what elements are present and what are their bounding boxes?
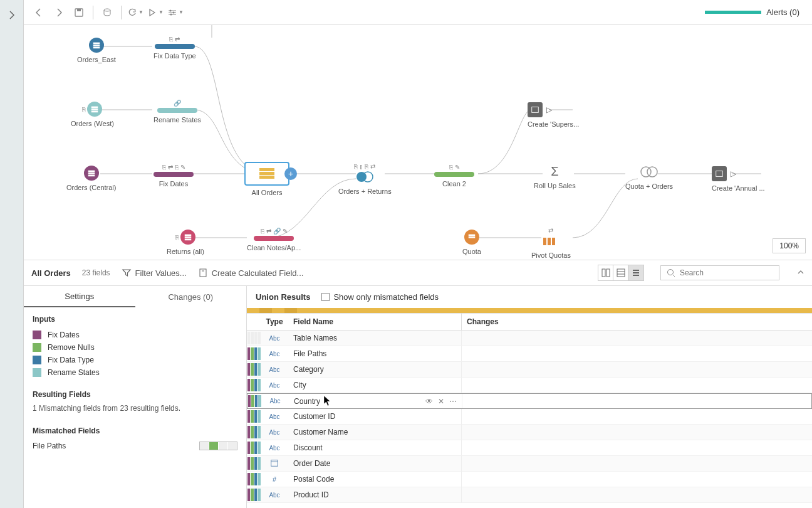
svg-rect-24	[91, 108, 98, 110]
field-type[interactable]: Abc	[261, 429, 288, 436]
node-orders-returns[interactable]: ⎘⫿⎘⇄ Orders + Returns	[338, 163, 392, 195]
zoom-level[interactable]: 100%	[773, 238, 806, 253]
input-item[interactable]: Remove Nulls	[33, 341, 237, 354]
input-item[interactable]: Fix Data Type	[33, 354, 237, 366]
add-step-button[interactable]: +	[284, 167, 297, 180]
field-name-label: Category	[293, 365, 324, 374]
source-bars	[247, 487, 261, 502]
node-all-orders[interactable]: + All Orders	[244, 162, 289, 196]
svg-rect-44	[548, 238, 551, 245]
field-row[interactable]: Abc City	[247, 378, 812, 393]
source-bars	[247, 362, 261, 377]
resulting-fields-text: 1 Mismatching fields from 23 resulting f…	[33, 404, 237, 413]
field-row[interactable]: Abc Customer Name	[247, 425, 812, 440]
settings-dropdown[interactable]: ▼	[167, 4, 184, 21]
node-orders-east[interactable]: Orders_East	[77, 38, 116, 63]
node-clean2[interactable]: ⎘✎ Clean 2	[434, 164, 474, 188]
forward-button[interactable]	[50, 4, 68, 21]
field-row[interactable]: # Postal Code	[247, 472, 812, 487]
remove-icon[interactable]: ✕	[438, 397, 444, 406]
data-source-button[interactable]	[98, 4, 116, 21]
source-bars	[247, 456, 261, 471]
svg-rect-20	[93, 43, 100, 45]
field-name-label: Discount	[293, 443, 323, 452]
union-results-heading: Union Results	[256, 292, 310, 302]
svg-rect-30	[185, 236, 192, 238]
view-grid-button[interactable]	[613, 265, 628, 280]
field-type[interactable]	[261, 458, 288, 468]
run-dropdown[interactable]: ▼	[147, 4, 164, 21]
step-change-icons: ⎘⇄⎘✎	[154, 164, 194, 171]
collapse-pane-button[interactable]	[797, 268, 804, 278]
field-type[interactable]: Abc	[261, 398, 289, 405]
tab-changes[interactable]: Changes (0)	[135, 286, 247, 307]
field-row[interactable]: Abc Customer ID	[247, 409, 812, 425]
field-type[interactable]: Abc	[261, 366, 288, 373]
node-pivot-quotas[interactable]: ⇄ Pivot Quotas	[531, 227, 571, 259]
node-returns-all[interactable]: ⎘ Returns (all)	[167, 230, 204, 255]
svg-rect-48	[602, 269, 605, 277]
field-row[interactable]: Abc Product ID	[247, 487, 812, 503]
view-profile-button[interactable]	[598, 265, 613, 280]
clean-icon: ⎘	[175, 234, 179, 241]
step-change-icons: 🔗	[154, 100, 201, 107]
calc-icon	[198, 268, 208, 278]
search-input[interactable]	[680, 268, 774, 277]
node-orders-west[interactable]: ⎘ Orders (West)	[71, 102, 114, 127]
mismatched-field-item[interactable]: File Paths	[33, 440, 237, 452]
tab-settings[interactable]: Settings	[24, 286, 135, 307]
node-create-annual[interactable]: ▷ Create 'Annual ...	[712, 166, 765, 192]
field-name-label: Customer ID	[293, 412, 335, 421]
field-type[interactable]: Abc	[261, 382, 288, 389]
node-quota[interactable]: Quota	[462, 230, 481, 255]
hide-icon[interactable]: 👁	[425, 397, 433, 406]
alerts-button[interactable]: Alerts (0)	[766, 8, 806, 17]
field-type[interactable]: Abc	[261, 492, 288, 499]
search-icon	[666, 268, 676, 278]
field-type[interactable]: Abc	[261, 413, 288, 420]
field-name-label: Product ID	[293, 490, 329, 499]
search-box[interactable]	[660, 265, 779, 280]
field-row[interactable]: Abc Country 👁 ✕ ⋯	[247, 393, 812, 409]
refresh-dropdown[interactable]: ▼	[127, 4, 144, 21]
field-type[interactable]: #	[261, 475, 288, 483]
save-button[interactable]	[70, 4, 88, 21]
node-clean-notes[interactable]: ⎘⇄🔗✎ Clean Notes/Ap...	[247, 228, 301, 251]
field-row[interactable]: Abc Category	[247, 362, 812, 378]
input-label: Rename States	[48, 368, 100, 377]
node-fix-data-type[interactable]: ⎘⇄ Fix Data Type	[154, 36, 196, 60]
show-mismatch-checkbox[interactable]: Show only mismatched fields	[321, 292, 439, 302]
field-row[interactable]: Abc Table Names	[247, 331, 812, 346]
field-type[interactable]: Abc	[261, 445, 288, 452]
more-icon[interactable]: ⋯	[449, 397, 457, 406]
flow-canvas[interactable]: Orders_East ⎘ Orders (West) Orders (Cent…	[24, 25, 812, 260]
expand-rail-button[interactable]	[4, 8, 19, 23]
field-type[interactable]: Abc	[261, 351, 288, 357]
view-list-button[interactable]	[628, 265, 643, 280]
svg-point-35	[357, 172, 367, 182]
node-quota-orders[interactable]: Quota + Orders	[625, 166, 673, 190]
source-bars	[247, 425, 261, 440]
create-calc-field-button[interactable]: Create Calculated Field...	[198, 268, 304, 278]
back-button[interactable]	[30, 4, 48, 21]
mismatch-source-bars	[199, 442, 237, 450]
node-rename-states[interactable]: 🔗 Rename States	[154, 100, 201, 124]
step-change-icons: ⎘⇄🔗✎	[247, 228, 301, 235]
input-item[interactable]: Fix Dates	[33, 329, 237, 341]
node-rollup-sales[interactable]: Σ Roll Up Sales	[534, 164, 576, 189]
field-name-label: Order Date	[293, 459, 330, 468]
filter-values-button[interactable]: Filter Values...	[122, 268, 187, 278]
input-item[interactable]: Rename States	[33, 366, 237, 379]
field-type[interactable]: Abc	[261, 335, 288, 342]
run-output-icon[interactable]: ▷	[731, 169, 736, 178]
field-row[interactable]: Abc Discount	[247, 440, 812, 456]
svg-rect-31	[185, 239, 192, 241]
selected-step-title: All Orders	[31, 268, 71, 278]
node-create-supers[interactable]: ▷ Create 'Supers...	[528, 102, 579, 128]
field-row[interactable]: Order Date	[247, 456, 812, 472]
run-output-icon[interactable]: ▷	[546, 105, 552, 114]
field-row[interactable]: Abc File Paths	[247, 346, 812, 362]
node-fix-dates[interactable]: ⎘⇄⎘✎ Fix Dates	[154, 164, 194, 188]
node-orders-central[interactable]: Orders (Central)	[66, 166, 116, 191]
field-grid-body[interactable]: Abc Table Names Abc File Paths Abc Categ…	[247, 331, 812, 508]
